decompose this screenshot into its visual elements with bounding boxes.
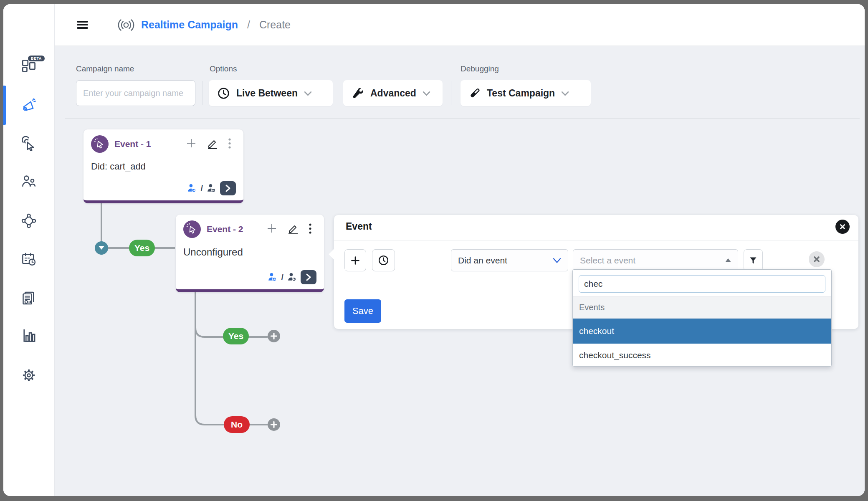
footer-separator: / <box>200 184 203 193</box>
event-cursor-icon <box>183 220 201 238</box>
bar-chart-icon <box>21 328 36 343</box>
wrench-icon <box>352 87 364 99</box>
person-out-icon[interactable] <box>207 184 216 193</box>
clock-icon <box>378 255 389 266</box>
did-event-value: Did an event <box>458 256 507 266</box>
add-node-icon[interactable] <box>186 138 197 150</box>
person-in-icon[interactable] <box>187 184 197 193</box>
plus-icon <box>351 256 360 265</box>
chevron-right-icon <box>305 273 312 281</box>
footer-separator: / <box>281 273 283 282</box>
sidebar-item-actions[interactable] <box>21 136 36 151</box>
test-tube-icon <box>469 87 481 99</box>
event-2-header: Event - 2 <box>183 220 316 238</box>
sidebar-item-analytics[interactable] <box>21 328 36 343</box>
sidebar-item-integrations[interactable] <box>21 213 36 228</box>
expand-node-button[interactable] <box>301 270 316 284</box>
funnel-icon <box>749 256 757 265</box>
dropdown-option-checkout-success[interactable]: checkout_success <box>573 344 831 367</box>
event-1-title: Event - 1 <box>114 139 151 149</box>
add-yes-node-button[interactable] <box>268 330 280 342</box>
sidebar-item-audience[interactable] <box>21 174 36 189</box>
live-between-button[interactable]: Live Between <box>209 80 333 106</box>
chevron-down-icon <box>304 91 312 96</box>
event-1-card[interactable]: Event - 1 <box>84 129 243 203</box>
event-cursor-icon <box>91 135 109 153</box>
sidebar: BETA <box>3 4 55 496</box>
branch-yes-badge: Yes <box>129 240 155 256</box>
header: Realtime Campaign / Create <box>55 4 865 46</box>
advanced-label: Advanced <box>370 88 416 99</box>
branch-yes-badge: Yes <box>223 328 249 344</box>
kebab-menu-icon[interactable] <box>309 223 311 235</box>
add-no-node-button[interactable] <box>268 418 280 431</box>
select-event-dropdown[interactable]: Select a event <box>573 249 738 271</box>
panel-divider <box>334 240 858 240</box>
timer-condition-button[interactable] <box>372 249 395 271</box>
hamburger-menu-icon[interactable] <box>77 19 88 30</box>
beta-badge: BETA <box>28 56 45 61</box>
edit-icon[interactable] <box>207 138 218 151</box>
x-icon <box>813 256 820 263</box>
sidebar-item-reports[interactable] <box>21 291 36 306</box>
toolbar-divider <box>202 81 202 105</box>
panel-title: Event <box>346 221 372 232</box>
content-area: Campaign name Options Debugging Live Bet… <box>55 46 865 496</box>
filter-button[interactable] <box>744 249 763 271</box>
panel-arrow <box>329 249 339 259</box>
advanced-button[interactable]: Advanced <box>343 80 443 106</box>
did-event-select[interactable]: Did an event <box>451 249 568 271</box>
save-button[interactable]: Save <box>344 299 381 323</box>
campaign-name-input[interactable] <box>76 80 195 106</box>
campaign-name-label: Campaign name <box>76 64 134 73</box>
megaphone-icon <box>21 97 36 112</box>
event-2-footer: / <box>183 270 316 284</box>
event-search-input[interactable] <box>579 275 825 293</box>
chevron-right-icon <box>225 184 231 192</box>
report-icon <box>21 291 36 306</box>
event-1-footer: / <box>91 181 236 195</box>
collapse-branch-icon[interactable] <box>95 241 108 255</box>
dropdown-option-checkout[interactable]: checkout <box>573 319 831 344</box>
branch-no-badge: No <box>224 416 250 433</box>
breadcrumb: Realtime Campaign / Create <box>116 18 291 32</box>
app-window: BETA <box>3 4 865 496</box>
event-2-card[interactable]: Event - 2 <box>176 215 324 292</box>
event-2-body: Unconfigured <box>183 246 316 258</box>
add-condition-button[interactable] <box>344 249 366 271</box>
close-panel-button[interactable] <box>835 220 850 234</box>
sidebar-item-campaigns[interactable] <box>21 97 36 112</box>
expand-node-button[interactable] <box>220 181 236 195</box>
active-item-indicator <box>3 86 6 125</box>
breadcrumb-parent-link[interactable]: Realtime Campaign <box>141 19 238 31</box>
chevron-down-icon <box>553 258 561 263</box>
event-1-header: Event - 1 <box>91 135 236 153</box>
clear-condition-button[interactable] <box>809 251 825 267</box>
options-label: Options <box>210 64 237 73</box>
person-in-icon[interactable] <box>268 273 277 282</box>
test-campaign-label: Test Campaign <box>487 88 555 99</box>
chevron-down-icon <box>423 91 430 96</box>
chevron-down-icon <box>561 91 569 96</box>
kebab-menu-icon[interactable] <box>228 138 231 150</box>
sidebar-item-settings[interactable] <box>21 368 36 383</box>
clock-icon <box>217 87 230 100</box>
add-node-icon[interactable] <box>266 223 277 235</box>
event-2-title: Event - 2 <box>207 224 243 234</box>
broadcast-icon <box>116 18 136 32</box>
toolbar-bottom-divider <box>65 118 860 119</box>
live-between-label: Live Between <box>236 88 298 99</box>
sidebar-item-schedule[interactable] <box>21 252 36 267</box>
breadcrumb-separator: / <box>247 19 250 31</box>
event-search-dropdown: Events checkout checkout_success <box>572 269 832 367</box>
select-event-placeholder: Select a event <box>580 256 635 266</box>
breadcrumb-current: Create <box>259 19 291 31</box>
test-campaign-button[interactable]: Test Campaign <box>461 80 591 106</box>
event-1-body: Did: cart_add <box>91 161 236 172</box>
debugging-label: Debugging <box>461 64 499 73</box>
calendar-clock-icon <box>21 252 36 267</box>
sidebar-item-dashboard[interactable]: BETA <box>21 58 36 73</box>
edit-icon[interactable] <box>288 223 299 236</box>
person-out-icon[interactable] <box>287 273 297 282</box>
toolbar-divider <box>451 81 451 105</box>
